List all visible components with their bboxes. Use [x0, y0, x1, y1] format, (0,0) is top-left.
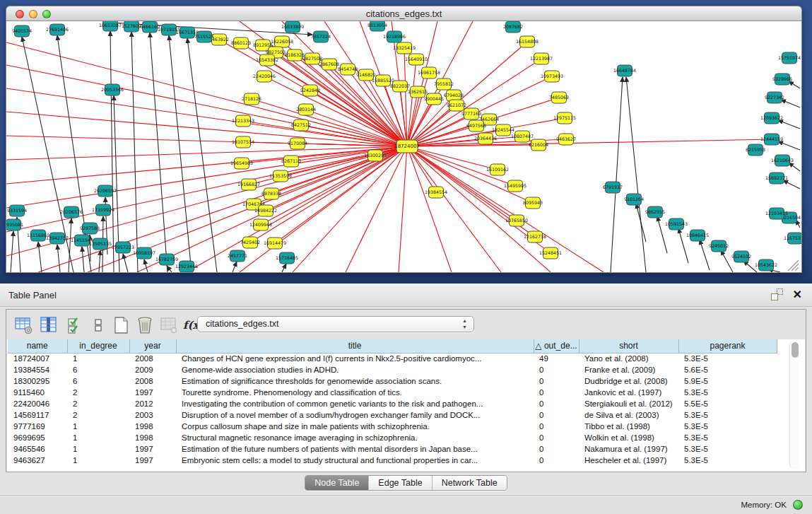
table-cell[interactable]: 0 [534, 387, 579, 398]
table-cell[interactable]: 9699695 [8, 432, 67, 443]
table-cell[interactable]: Embryonic stem cells: a model to study s… [176, 455, 534, 466]
table-cell[interactable]: 1998 [129, 421, 176, 432]
table-cell[interactable]: Wolkin et al. (1998) [579, 432, 678, 443]
table-cell[interactable]: Estimation of significance thresholds fo… [176, 375, 534, 387]
table-cell[interactable]: 1 [67, 455, 129, 466]
table-cell[interactable]: 0 [534, 375, 579, 387]
table-row[interactable]: 946554611997Estimation of the future num… [8, 443, 777, 455]
float-window-icon[interactable] [771, 288, 783, 300]
table-row[interactable]: 1872400712008Changes of HCN gene express… [8, 353, 777, 364]
table-cell[interactable]: Yano et al. (2008) [579, 353, 678, 364]
table-row[interactable]: 946362711997Embryonic stem cells: a mode… [8, 455, 777, 466]
table-cell[interactable]: 0 [534, 443, 579, 455]
table-row[interactable]: 1938455462009Genome-wide association stu… [8, 364, 777, 375]
table-cell[interactable]: 18300295 [8, 375, 67, 387]
scrollbar-thumb[interactable] [792, 342, 799, 358]
column-header-out_de[interactable]: △ out_de... [534, 339, 579, 353]
table-cell[interactable]: 5.3E-5 [678, 443, 777, 455]
table-cell[interactable]: 2008 [129, 353, 176, 364]
table-cell[interactable]: de Silva et al. (2003) [579, 409, 678, 421]
select-rows-checklist-icon[interactable] [66, 315, 86, 335]
table-cell[interactable]: Structural magnetic resonance image aver… [176, 432, 534, 443]
table-cell[interactable]: 1997 [129, 455, 176, 466]
table-cell[interactable]: 0 [534, 409, 579, 421]
new-column-icon[interactable] [111, 315, 131, 335]
table-vertical-scrollbar[interactable] [789, 341, 799, 469]
table-cell[interactable]: 2012 [129, 398, 176, 409]
tab-node-table[interactable]: Node Table [305, 476, 368, 490]
table-cell[interactable]: 5.3E-5 [678, 432, 777, 443]
table-cell[interactable]: 19384554 [8, 364, 67, 375]
table-cell[interactable]: 0 [534, 398, 579, 409]
resize-grip-icon[interactable] [792, 264, 799, 271]
close-panel-icon[interactable]: ✕ [793, 289, 802, 300]
table-cell[interactable]: 5.3E-5 [678, 421, 777, 432]
table-cell[interactable]: 2 [67, 398, 129, 409]
table-settings-icon[interactable] [13, 315, 33, 335]
column-header-year[interactable]: year [129, 339, 176, 353]
table-cell[interactable]: 5.3E-5 [678, 455, 777, 466]
table-cell[interactable]: Stergiakouli et al. (2012) [579, 398, 678, 409]
column-header-title[interactable]: title [176, 339, 534, 353]
table-cell[interactable]: 5.6E-5 [678, 364, 777, 375]
tab-network-table[interactable]: Network Table [432, 476, 507, 490]
table-cell[interactable]: Estimation of the future numbers of pati… [176, 443, 534, 455]
table-cell[interactable]: 1997 [129, 387, 176, 398]
table-cell[interactable]: 2 [67, 387, 129, 398]
table-cell[interactable]: 5.9E-5 [678, 375, 777, 387]
resize-grip-icon[interactable] [795, 267, 799, 271]
table-cell[interactable]: Hescheler et al. (1997) [579, 455, 678, 466]
table-cell[interactable]: 5.3E-5 [678, 353, 777, 364]
table-cell[interactable]: Disruption of a novel member of a sodium… [176, 409, 534, 421]
minimize-window-icon[interactable] [29, 10, 37, 18]
table-cell[interactable]: 14569117 [8, 409, 67, 421]
table-cell[interactable]: 6 [67, 375, 129, 387]
table-cell[interactable]: 0 [534, 455, 579, 466]
memory-indicator[interactable] [793, 500, 803, 510]
table-cell[interactable]: 5.3E-5 [678, 409, 777, 421]
zoom-window-icon[interactable] [42, 10, 51, 18]
network-view-window[interactable]: citations_edges.txt 18724007183002951938… [6, 6, 802, 273]
table-cell[interactable]: 0 [534, 421, 579, 432]
table-cell[interactable]: Jankovic et al. (1997) [579, 387, 678, 398]
table-cell[interactable]: 6 [67, 364, 129, 375]
table-row[interactable]: 2242004622012Investigating the contribut… [8, 398, 777, 409]
table-row[interactable]: 911546021997Tourette syndrome. Phenomeno… [8, 387, 777, 398]
table-cell[interactable]: 2 [67, 409, 129, 421]
table-cell[interactable]: 1997 [129, 443, 176, 455]
table-cell[interactable]: 0 [534, 432, 579, 443]
close-window-icon[interactable] [16, 10, 24, 18]
column-header-pagerank[interactable]: pagerank [678, 339, 777, 353]
table-cell[interactable]: 1 [67, 443, 129, 455]
table-row[interactable]: 977716911998Corpus callosum shape and si… [8, 421, 777, 432]
select-column-icon[interactable] [39, 315, 59, 335]
table-row[interactable]: 1456911722003Disruption of a novel membe… [8, 409, 777, 421]
table-cell[interactable]: Franke et al. (2009) [579, 364, 678, 375]
table-cell[interactable]: 0 [534, 364, 579, 375]
table-cell[interactable]: 5.5E-5 [678, 398, 777, 409]
column-header-in_degree[interactable]: in_degree [67, 339, 129, 353]
network-window-titlebar[interactable]: citations_edges.txt [6, 6, 802, 21]
delete-column-icon[interactable] [135, 315, 155, 335]
table-row[interactable]: 969969511998Structural magnetic resonanc… [8, 432, 777, 443]
table-row[interactable]: 1830029562008Estimation of significance … [8, 375, 777, 387]
tab-edge-table[interactable]: Edge Table [368, 476, 431, 490]
table-cell[interactable]: 18724007 [8, 353, 67, 364]
table-cell[interactable]: 1 [67, 432, 129, 443]
table-cell[interactable]: Tourette syndrome. Phenomenology and cla… [176, 387, 534, 398]
column-header-name[interactable]: name [8, 339, 67, 353]
table-cell[interactable]: Corpus callosum shape and size in male p… [176, 421, 534, 432]
table-cell[interactable]: 2008 [129, 375, 176, 387]
table-cell[interactable]: Genome-wide association studies in ADHD. [176, 364, 534, 375]
column-header-short[interactable]: short [579, 339, 678, 353]
table-cell[interactable]: 9777169 [8, 421, 67, 432]
table-cell[interactable]: 9463627 [8, 455, 67, 466]
table-cell[interactable]: 1998 [129, 432, 176, 443]
table-cell[interactable]: 2003 [129, 409, 176, 421]
row-options-icon[interactable] [88, 315, 108, 335]
table-cell[interactable]: Investigating the contribution of common… [176, 398, 534, 409]
table-cell[interactable]: 1 [67, 353, 129, 364]
table-cell[interactable]: 9115460 [8, 387, 67, 398]
table-cell[interactable]: 49 [534, 353, 579, 364]
table-cell[interactable]: 1 [67, 421, 129, 432]
